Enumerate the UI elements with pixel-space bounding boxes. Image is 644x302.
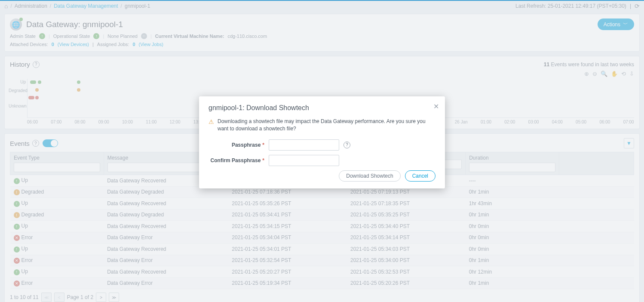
passphrase-input[interactable] — [269, 139, 339, 151]
cancel-button[interactable]: Cancel — [405, 170, 435, 182]
warning-icon: ⚠ — [209, 118, 214, 133]
confirm-passphrase-label: Confirm Passphrase* — [209, 157, 264, 163]
help-icon[interactable]: ? — [343, 142, 350, 148]
confirm-passphrase-input[interactable] — [269, 155, 339, 166]
modal-title: gnmipool-1: Download Showtech — [209, 104, 435, 112]
modal-warning-text: Downloading a showtech file may impact t… — [218, 118, 435, 133]
close-icon[interactable]: ✕ — [433, 102, 439, 111]
download-showtech-button[interactable]: Download Showtech — [339, 170, 400, 182]
passphrase-label: Passphrase* — [209, 142, 264, 148]
download-showtech-modal: gnmipool-1: Download Showtech ✕ ⚠ Downlo… — [199, 96, 445, 188]
